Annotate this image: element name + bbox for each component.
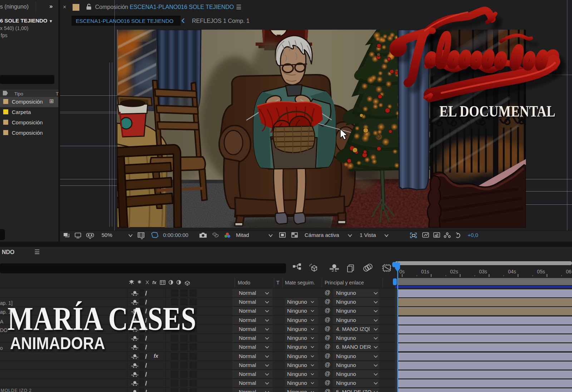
svg-text:Mitad: Mitad [236,232,249,238]
svg-text:0:00:00:00: 0:00:00:00 [163,232,188,238]
svg-text:1 Vista: 1 Vista [360,232,376,238]
svg-text:Cámara activa: Cámara activa [305,232,339,238]
svg-text:50%: 50% [102,232,112,238]
svg-text:fx: fx [152,280,157,285]
svg-text:+0,0: +0,0 [468,232,478,238]
